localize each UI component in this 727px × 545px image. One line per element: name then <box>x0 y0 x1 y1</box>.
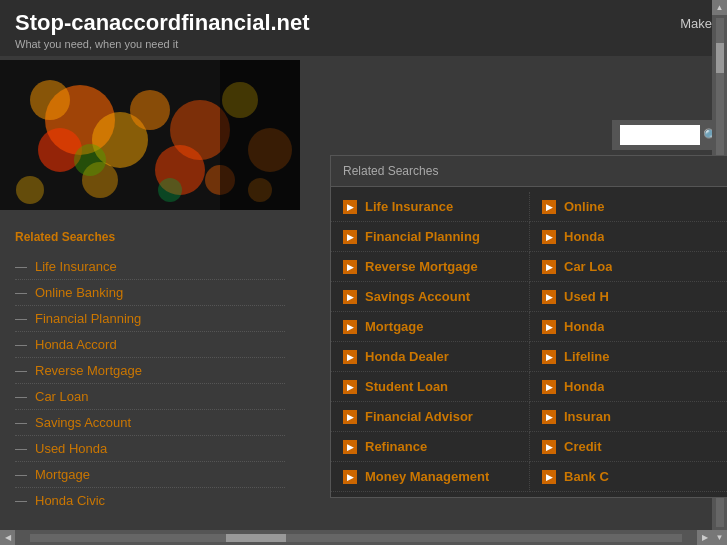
sidebar-arrow-icon: — <box>15 390 27 404</box>
scroll-up-button[interactable]: ▲ <box>712 0 727 15</box>
sidebar-arrow-icon: — <box>15 338 27 352</box>
dropdown-arrow-icon: ▶ <box>343 380 357 394</box>
sidebar-item[interactable]: — Online Banking <box>15 280 285 306</box>
dropdown-arrow-icon: ▶ <box>343 440 357 454</box>
dropdown-link-label: Money Management <box>365 469 489 484</box>
dropdown-arrow-icon: ▶ <box>343 410 357 424</box>
dropdown-item-left[interactable]: ▶ Money Management <box>331 462 530 492</box>
dropdown-grid: ▶ Life Insurance▶ Online▶ Financial Plan… <box>331 187 727 497</box>
dropdown-item-left[interactable]: ▶ Refinance <box>331 432 530 462</box>
scroll-down-button[interactable]: ▼ <box>712 530 727 545</box>
dropdown-arrow-icon: ▶ <box>542 230 556 244</box>
sidebar-item[interactable]: — Life Insurance <box>15 254 285 280</box>
dropdown-arrow-icon: ▶ <box>343 200 357 214</box>
dropdown-item-right[interactable]: ▶ Used H <box>530 282 727 312</box>
sidebar-link-label: Life Insurance <box>35 259 117 274</box>
svg-point-15 <box>74 144 106 176</box>
svg-point-10 <box>30 80 70 120</box>
sidebar-link-label: Honda Civic <box>35 493 105 508</box>
dropdown-item-right[interactable]: ▶ Honda <box>530 222 727 252</box>
dropdown-link-label: Student Loan <box>365 379 448 394</box>
dropdown-link-label: Used H <box>564 289 609 304</box>
sidebar-item[interactable]: — Car Loan <box>15 384 285 410</box>
sidebar-arrow-icon: — <box>15 494 27 508</box>
dropdown-header: Related Searches <box>331 156 727 187</box>
dropdown-link-label: Credit <box>564 439 602 454</box>
dropdown-arrow-icon: ▶ <box>542 350 556 364</box>
dropdown-item-right[interactable]: ▶ Lifeline <box>530 342 727 372</box>
dropdown-arrow-icon: ▶ <box>343 350 357 364</box>
sidebar-link-label: Mortgage <box>35 467 90 482</box>
sidebar-title: Related Searches <box>15 230 285 244</box>
dropdown-link-label: Lifeline <box>564 349 610 364</box>
dropdown-link-label: Online <box>564 199 604 214</box>
dropdown-item-left[interactable]: ▶ Life Insurance <box>331 192 530 222</box>
dropdown-link-label: Honda <box>564 229 604 244</box>
svg-point-16 <box>158 178 182 202</box>
dropdown-item-left[interactable]: ▶ Student Loan <box>331 372 530 402</box>
dropdown-arrow-icon: ▶ <box>542 440 556 454</box>
sidebar-arrow-icon: — <box>15 468 27 482</box>
bottom-scrollbar[interactable]: ◀ ▶ <box>0 530 712 545</box>
sidebar-item[interactable]: — Financial Planning <box>15 306 285 332</box>
dropdown-item-left[interactable]: ▶ Financial Advisor <box>331 402 530 432</box>
dropdown-item-right[interactable]: ▶ Car Loa <box>530 252 727 282</box>
site-title: Stop-canaccordfinancial.net <box>15 10 310 36</box>
dropdown-item-left[interactable]: ▶ Reverse Mortgage <box>331 252 530 282</box>
dropdown-item-right[interactable]: ▶ Bank C <box>530 462 727 492</box>
dropdown-item-right[interactable]: ▶ Online <box>530 192 727 222</box>
dropdown-link-label: Honda <box>564 319 604 334</box>
dropdown-link-label: Savings Account <box>365 289 470 304</box>
dropdown-arrow-icon: ▶ <box>343 260 357 274</box>
banner-svg <box>0 60 300 210</box>
dropdown-item-left[interactable]: ▶ Savings Account <box>331 282 530 312</box>
sidebar-arrow-icon: — <box>15 442 27 456</box>
sidebar-item[interactable]: — Reverse Mortgage <box>15 358 285 384</box>
dropdown-item-left[interactable]: ▶ Honda Dealer <box>331 342 530 372</box>
sidebar-link-label: Honda Accord <box>35 337 117 352</box>
sidebar-item[interactable]: — Used Honda <box>15 436 285 462</box>
dropdown-arrow-icon: ▶ <box>343 290 357 304</box>
dropdown-arrow-icon: ▶ <box>343 470 357 484</box>
dropdown-item-left[interactable]: ▶ Mortgage <box>331 312 530 342</box>
dropdown-item-right[interactable]: ▶ Honda <box>530 312 727 342</box>
dropdown-link-label: Financial Planning <box>365 229 480 244</box>
sidebar-link-label: Car Loan <box>35 389 88 404</box>
sidebar-item[interactable]: — Honda Civic <box>15 488 285 513</box>
site-subtitle: What you need, when you need it <box>15 38 310 50</box>
dropdown-link-label: Insuran <box>564 409 611 424</box>
dropdown-link-label: Honda <box>564 379 604 394</box>
search-input[interactable] <box>620 125 700 145</box>
dropdown-item-left[interactable]: ▶ Financial Planning <box>331 222 530 252</box>
dropdown-item-right[interactable]: ▶ Credit <box>530 432 727 462</box>
scroll-left-button[interactable]: ◀ <box>0 530 15 545</box>
svg-point-12 <box>16 176 44 204</box>
dropdown-link-label: Life Insurance <box>365 199 453 214</box>
dropdown-link-label: Refinance <box>365 439 427 454</box>
scroll-right-button[interactable]: ▶ <box>697 530 712 545</box>
dropdown-link-label: Honda Dealer <box>365 349 449 364</box>
svg-rect-14 <box>220 60 300 210</box>
sidebar-link-label: Used Honda <box>35 441 107 456</box>
sidebar-arrow-icon: — <box>15 364 27 378</box>
dropdown-link-label: Reverse Mortgage <box>365 259 478 274</box>
right-scroll-thumb[interactable] <box>716 43 724 73</box>
header-right-text: Make <box>680 10 712 31</box>
dropdown-arrow-icon: ▶ <box>542 410 556 424</box>
dropdown-arrow-icon: ▶ <box>343 230 357 244</box>
sidebar-arrow-icon: — <box>15 260 27 274</box>
sidebar-arrow-icon: — <box>15 286 27 300</box>
sidebar: Related Searches — Life Insurance— Onlin… <box>0 215 300 528</box>
dropdown-link-label: Car Loa <box>564 259 612 274</box>
dropdown-arrow-icon: ▶ <box>542 290 556 304</box>
header: Stop-canaccordfinancial.net What you nee… <box>0 0 727 56</box>
sidebar-item[interactable]: — Mortgage <box>15 462 285 488</box>
dropdown-item-right[interactable]: ▶ Insuran <box>530 402 727 432</box>
sidebar-item[interactable]: — Savings Account <box>15 410 285 436</box>
dropdown-arrow-icon: ▶ <box>542 470 556 484</box>
banner-image <box>0 60 300 214</box>
dropdown-arrow-icon: ▶ <box>542 380 556 394</box>
scroll-thumb[interactable] <box>226 534 286 542</box>
sidebar-item[interactable]: — Honda Accord <box>15 332 285 358</box>
dropdown-item-right[interactable]: ▶ Honda <box>530 372 727 402</box>
